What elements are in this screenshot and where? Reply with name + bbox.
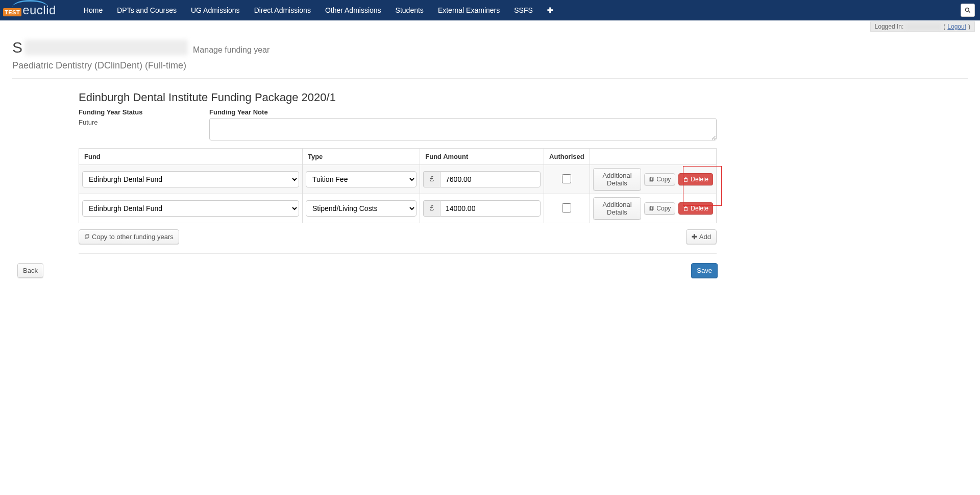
- svg-rect-4: [684, 178, 688, 181]
- divider: [12, 78, 968, 79]
- currency-prefix: £: [423, 200, 440, 217]
- nav-external-examiners[interactable]: External Examiners: [431, 1, 507, 19]
- fund-select[interactable]: Edinburgh Dental Fund: [82, 171, 299, 187]
- page-body: S Manage funding year Paediatric Dentist…: [0, 32, 980, 305]
- col-fund: Fund: [79, 149, 303, 165]
- nav-items: Home DPTs and Courses UG Admissions Dire…: [77, 1, 560, 19]
- currency-prefix: £: [423, 171, 440, 187]
- col-amount: Fund Amount: [420, 149, 544, 165]
- svg-point-0: [966, 8, 969, 12]
- login-username-redacted: [905, 23, 941, 30]
- col-type: Type: [302, 149, 420, 165]
- status-label: Funding Year Status: [79, 108, 209, 116]
- additional-details-button[interactable]: Additional Details: [593, 168, 642, 191]
- svg-rect-9: [684, 207, 688, 210]
- student-id-prefix: S: [12, 39, 22, 56]
- funding-year-note-input[interactable]: [209, 118, 717, 140]
- page-title-row: S Manage funding year: [12, 39, 968, 56]
- col-authorised: Authorised: [544, 149, 590, 165]
- nav-add-icon[interactable]: ✚: [540, 1, 560, 19]
- copy-row-button[interactable]: Copy: [644, 202, 675, 215]
- additional-details-button[interactable]: Additional Details: [593, 197, 642, 220]
- trash-icon: [683, 206, 689, 211]
- authorised-checkbox[interactable]: [562, 174, 571, 183]
- logo-text: euclid: [22, 3, 56, 17]
- programme-name: Paediatric Dentistry (DClinDent) (Full-t…: [12, 60, 968, 71]
- type-select[interactable]: Tuition Fee: [306, 171, 416, 187]
- plus-icon: ✚: [692, 233, 697, 241]
- divider: [79, 253, 717, 254]
- funding-package-panel: Edinburgh Dental Institute Funding Packa…: [79, 91, 717, 298]
- delete-row-button[interactable]: Delete: [678, 173, 713, 185]
- copy-icon: [84, 234, 90, 240]
- table-row: Edinburgh Dental Fund Tuition Fee £: [79, 165, 717, 194]
- nav-dpts-courses[interactable]: DPTs and Courses: [110, 1, 184, 19]
- page-subtitle: Manage funding year: [193, 45, 270, 55]
- copy-icon: [649, 177, 654, 182]
- nav-other-admissions[interactable]: Other Admissions: [318, 1, 388, 19]
- top-navbar: TEST euclid Home DPTs and Courses UG Adm…: [0, 0, 980, 20]
- nav-ssfs[interactable]: SSFS: [507, 1, 540, 19]
- copy-to-other-years-button[interactable]: Copy to other funding years: [79, 229, 179, 244]
- funding-lines-table: Fund Type Fund Amount Authorised Edinbur…: [79, 148, 717, 223]
- delete-row-button[interactable]: Delete: [678, 202, 713, 215]
- copy-row-button[interactable]: Copy: [644, 173, 675, 185]
- type-select[interactable]: Stipend/Living Costs: [306, 200, 416, 217]
- search-icon: [965, 7, 971, 13]
- package-title: Edinburgh Dental Institute Funding Packa…: [79, 91, 717, 104]
- nav-students[interactable]: Students: [388, 1, 431, 19]
- save-button[interactable]: Save: [691, 263, 718, 278]
- trash-icon: [683, 177, 689, 182]
- logout-link[interactable]: Logout: [947, 23, 966, 30]
- note-label: Funding Year Note: [209, 108, 717, 116]
- fund-select[interactable]: Edinburgh Dental Fund: [82, 200, 299, 217]
- table-row: Edinburgh Dental Fund Stipend/Living Cos…: [79, 194, 717, 223]
- col-actions: [590, 149, 716, 165]
- student-heading: S: [12, 39, 188, 56]
- amount-input[interactable]: [440, 171, 541, 187]
- nav-ug-admissions[interactable]: UG Admissions: [184, 1, 247, 19]
- app-logo: TEST euclid: [3, 3, 56, 17]
- back-button[interactable]: Back: [17, 263, 43, 278]
- login-status-bar: Logged In: (Logout): [0, 20, 980, 32]
- authorised-checkbox[interactable]: [562, 203, 571, 213]
- amount-input[interactable]: [440, 200, 541, 217]
- copy-icon: [649, 206, 654, 211]
- add-row-button[interactable]: ✚ Add: [686, 229, 717, 244]
- nav-direct-admissions[interactable]: Direct Admissions: [247, 1, 318, 19]
- status-value: Future: [79, 119, 98, 126]
- svg-line-1: [969, 11, 970, 13]
- login-prefix: Logged In:: [875, 23, 904, 30]
- login-box: Logged In: (Logout): [870, 21, 975, 32]
- search-button[interactable]: [961, 4, 975, 17]
- nav-home[interactable]: Home: [77, 1, 110, 19]
- student-name-redacted: [24, 40, 188, 55]
- logo-env-badge: TEST: [3, 8, 21, 16]
